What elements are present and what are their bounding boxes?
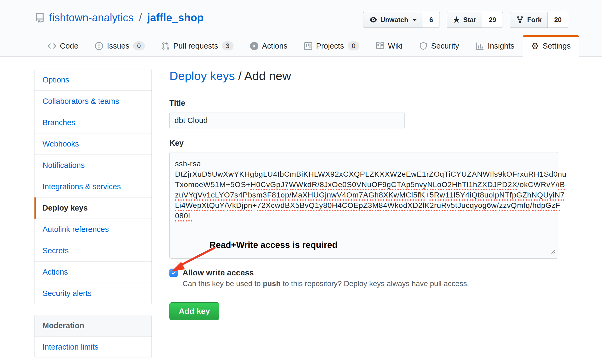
key-line: Li4WepXtQuY/VkDjpn+72XcwdBX5BvQ1y80H4COE… [175, 200, 553, 211]
pull-request-icon [161, 42, 170, 50]
repo-title: fishtown-analytics / jaffle_shop [35, 12, 204, 24]
code-icon [48, 42, 56, 50]
tab-settings[interactable]: ⚙ Settings [523, 35, 579, 57]
tab-pull-requests[interactable]: Pull requests 3 [153, 35, 242, 57]
sidebar-item-branches[interactable]: Branches [34, 112, 152, 133]
fork-button-group: Fork 20 [510, 12, 568, 28]
key-line: 080L [175, 211, 553, 221]
fork-button[interactable]: Fork [510, 12, 548, 28]
annotation-read-write: Read+Write access is required [209, 240, 337, 250]
star-label: Star [463, 16, 476, 24]
gear-icon: ⚙ [531, 42, 539, 50]
sidebar-item-integrations-services[interactable]: Integrations & services [34, 176, 152, 197]
breadcrumb-separator: / [235, 69, 244, 83]
repo-name-link[interactable]: jaffle_shop [147, 12, 204, 24]
tab-label: Code [60, 42, 78, 50]
fork-icon [516, 16, 524, 24]
repo-icon [35, 13, 45, 23]
key-line: zuVYqVv1cLYO7s4Pbsm3F81op/MaXHUGjnwV4Om7… [175, 190, 553, 200]
tab-label: Pull requests [173, 42, 218, 50]
sidebar-item-autolink-references[interactable]: Autolink references [34, 219, 152, 240]
key-line: DtZjrXuD5UwXwYKHgbgLU4IbCmBiKHLWX92xCXQP… [175, 169, 553, 179]
star-count[interactable]: 29 [482, 12, 503, 28]
add-key-button[interactable]: Add key [169, 302, 219, 320]
allow-write-label[interactable]: Allow write access [182, 268, 254, 277]
tab-label: Insights [488, 42, 514, 50]
deploy-keys-breadcrumb-link[interactable]: Deploy keys [169, 69, 235, 83]
allow-write-description: Can this key be used to push to this rep… [182, 279, 568, 288]
star-button-group: ★ Star 29 [447, 12, 503, 28]
sidebar-item-deploy-keys[interactable]: Deploy keys [34, 197, 152, 219]
shield-icon [419, 42, 428, 50]
key-line: TxomoeW51M+5OS+H0CvGpJ7WWkdR/8JxOe0S0VNu… [175, 179, 553, 190]
title-input[interactable] [169, 112, 405, 129]
graph-icon [476, 42, 484, 50]
play-icon [250, 42, 258, 50]
tab-projects[interactable]: Projects 0 [296, 35, 368, 57]
sidebar-item-options[interactable]: Options [34, 69, 152, 91]
moderation-heading: Moderation [34, 315, 152, 337]
fork-label: Fork [527, 16, 542, 24]
tab-count-badge: 3 [222, 41, 233, 50]
settings-menu: Options Collaborators & teams Branches W… [34, 69, 152, 304]
tab-issues[interactable]: Issues 0 [87, 35, 153, 57]
issue-opened-icon [95, 42, 103, 50]
repo-owner-link[interactable]: fishtown-analytics [49, 12, 134, 24]
sidebar-item-webhooks[interactable]: Webhooks [34, 133, 152, 155]
sidebar-item-secrets[interactable]: Secrets [34, 240, 152, 262]
fork-count[interactable]: 20 [548, 12, 568, 28]
moderation-menu: Moderation Interaction limits [34, 315, 152, 358]
tab-label: Security [431, 42, 459, 50]
sidebar-item-collaborators-teams[interactable]: Collaborators & teams [34, 91, 152, 112]
sidebar-item-actions[interactable]: Actions [34, 262, 152, 283]
resize-handle-icon[interactable] [549, 246, 556, 257]
page-title: Deploy keys / Add new [169, 69, 568, 89]
main-panel: Deploy keys / Add new Title Key ssh-rsa … [169, 69, 568, 358]
eye-icon [369, 16, 377, 24]
sidebar-item-security-alerts[interactable]: Security alerts [34, 283, 152, 304]
allow-write-checkbox[interactable] [169, 269, 178, 277]
repo-header: fishtown-analytics / jaffle_shop Unwatch… [0, 0, 602, 57]
sidebar-item-interaction-limits[interactable]: Interaction limits [34, 337, 152, 358]
project-icon [304, 42, 312, 50]
title-field-label: Title [169, 99, 568, 108]
unwatch-label: Unwatch [380, 16, 408, 24]
key-field-wrap: ssh-rsa DtZjrXuD5UwXwYKHgbgLU4IbCmBiKHLW… [169, 152, 568, 259]
content: Options Collaborators & teams Branches W… [0, 57, 602, 358]
key-field-label: Key [169, 139, 568, 148]
sidebar-item-notifications[interactable]: Notifications [34, 155, 152, 176]
caret-down-icon [413, 19, 417, 23]
tab-label: Wiki [388, 42, 403, 50]
allow-write-row: Allow write access [169, 268, 568, 277]
book-icon [376, 42, 384, 50]
tab-actions[interactable]: Actions [242, 35, 296, 57]
star-button[interactable]: ★ Star [447, 12, 483, 28]
repo-nav: Code Issues 0 Pull requests 3 Actions Pr… [40, 35, 579, 57]
tab-label: Projects [316, 42, 344, 50]
tab-label: Issues [107, 42, 129, 50]
settings-sidebar: Options Collaborators & teams Branches W… [34, 69, 152, 358]
star-icon: ★ [453, 16, 460, 24]
tab-count-badge: 0 [133, 41, 145, 50]
tab-code[interactable]: Code [40, 35, 87, 57]
breadcrumb-current: Add new [244, 69, 291, 83]
repo-social-actions: Unwatch 6 ★ Star 29 Fork 20 [363, 12, 568, 28]
tab-count-badge: 0 [348, 41, 359, 50]
repo-separator: / [139, 12, 142, 24]
tab-label: Actions [262, 42, 288, 50]
unwatch-button[interactable]: Unwatch [363, 12, 423, 28]
tab-security[interactable]: Security [411, 35, 468, 57]
unwatch-button-group: Unwatch 6 [363, 12, 440, 28]
unwatch-count[interactable]: 6 [423, 12, 440, 28]
tab-insights[interactable]: Insights [467, 35, 523, 57]
tab-wiki[interactable]: Wiki [368, 35, 411, 57]
tab-label: Settings [543, 42, 571, 50]
key-line: ssh-rsa [175, 159, 553, 169]
